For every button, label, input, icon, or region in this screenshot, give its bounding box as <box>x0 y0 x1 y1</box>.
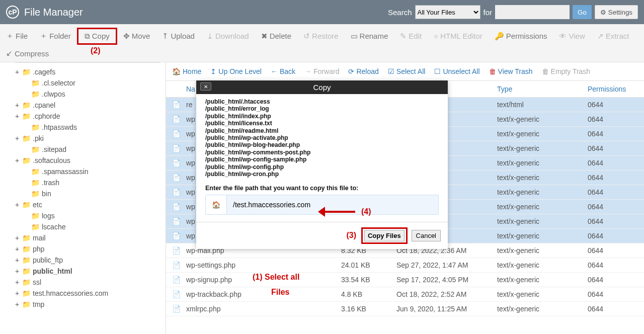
folder-icon: 📁 <box>22 234 31 242</box>
cancel-button[interactable]: Cancel <box>412 230 441 241</box>
view-button[interactable]: 👁View <box>553 28 591 44</box>
extract-icon: ↗ <box>597 32 604 41</box>
file-icon: 📄 <box>172 261 182 269</box>
tree-item[interactable]: 📁lscache <box>14 221 166 232</box>
app-title: File Manager <box>24 7 83 18</box>
tree-item[interactable]: 📁.htpasswds <box>14 122 166 133</box>
compress-icon: ↙ <box>6 49 13 58</box>
tree-item[interactable]: 📁logs <box>14 210 166 221</box>
extract-button[interactable]: ↗Extract <box>591 28 635 45</box>
rename-button[interactable]: ▭Rename <box>345 28 394 45</box>
settings-button[interactable]: ⚙Settings <box>595 5 638 19</box>
col-permissions[interactable]: Permissions <box>588 85 638 93</box>
tree-item[interactable]: +📁.cphorde <box>14 111 166 122</box>
file-icon: 📄 <box>172 115 182 123</box>
search-scope-select[interactable]: All Your Files <box>415 5 480 19</box>
x-icon: ✖ <box>261 32 268 41</box>
upload-button[interactable]: ⤒Upload <box>156 28 201 45</box>
toolbar: ＋File ＋Folder ⧉Copy ✥Move ⤒Upload ⤓Downl… <box>0 24 644 62</box>
copy-files-button[interactable]: Copy Files <box>364 230 405 241</box>
trash-icon: 🗑 <box>489 67 496 75</box>
folder-icon: 📁 <box>22 300 31 308</box>
for-label: for <box>484 8 493 17</box>
file-button[interactable]: ＋File <box>0 27 34 45</box>
restore-icon: ↺ <box>303 32 310 41</box>
compress-button[interactable]: ↙Compress <box>0 45 55 62</box>
empty-trash-link[interactable]: 🗑Empty Trash <box>542 67 591 75</box>
dialog-prompt: Enter the file path that you want to cop… <box>205 185 439 192</box>
folder-icon: 📁 <box>31 145 40 153</box>
reload-link[interactable]: ⟳Reload <box>348 67 378 75</box>
tree-item[interactable]: 📁.clwpos <box>14 89 166 100</box>
folder-icon: 📁 <box>22 267 31 275</box>
home-link[interactable]: 🏠Home <box>172 67 201 75</box>
tree-item[interactable]: +📁.cpanel <box>14 100 166 111</box>
copy-button[interactable]: ⧉Copy <box>77 28 117 45</box>
back-link[interactable]: ←Back <box>271 67 295 75</box>
dialog-title: Copy <box>313 83 331 92</box>
permissions-button[interactable]: 🔑Permissions <box>489 28 553 45</box>
plus-icon: ＋ <box>40 31 47 41</box>
tree-item[interactable]: +📁tmp <box>14 299 166 310</box>
tree-item[interactable]: 📁.cl.selector <box>14 77 166 89</box>
table-row[interactable]: 📄wp-signup.php33.54 KBSep 17, 2022, 4:05… <box>166 273 644 287</box>
select-all-link[interactable]: ☑Select All <box>388 67 426 75</box>
dialog-close-button[interactable]: ✕ <box>200 82 211 91</box>
home-icon: 🏠 <box>172 67 181 75</box>
top-bar: cP File Manager Search All Your Files fo… <box>0 0 644 24</box>
upload-icon: ⤒ <box>162 32 169 41</box>
tree-item[interactable]: 📁.sitepad <box>14 144 166 155</box>
file-icon: 📄 <box>172 174 182 182</box>
tree-item[interactable]: +📁public_html <box>14 266 166 277</box>
folder-tree: +📁.cagefs📁.cl.selector📁.clwpos+📁.cpanel+… <box>0 62 166 334</box>
tree-item[interactable]: 📁.spamassassin <box>14 166 166 177</box>
up-icon: ↥ <box>210 67 216 75</box>
annotation-3: (3) <box>346 231 356 239</box>
tree-item[interactable]: +📁.softaculous <box>14 155 166 166</box>
go-button[interactable]: Go <box>573 5 592 19</box>
tree-item[interactable]: +📁.cagefs <box>14 66 166 77</box>
table-row[interactable]: 📄wp-settings.php24.01 KBSep 27, 2022, 1:… <box>166 258 644 273</box>
eye-icon: 👁 <box>559 32 567 40</box>
back-icon: ← <box>271 67 278 75</box>
move-button[interactable]: ✥Move <box>117 28 156 45</box>
up-one-level-link[interactable]: ↥Up One Level <box>210 67 262 75</box>
trash-icon: 🗑 <box>542 67 549 75</box>
tree-item[interactable]: 📁.trash <box>14 177 166 188</box>
folder-icon: 📁 <box>31 223 40 231</box>
unselect-all-link[interactable]: ☐Unselect All <box>434 67 479 75</box>
tree-item[interactable]: +📁ssl <box>14 277 166 288</box>
view-trash-link[interactable]: 🗑View Trash <box>489 67 533 75</box>
tree-item[interactable]: +📁public_ftp <box>14 255 166 266</box>
copy-dialog: ✕ Copy /public_html/.htaccess/public_htm… <box>196 80 448 249</box>
file-icon: 📄 <box>172 246 182 255</box>
reload-icon: ⟳ <box>348 67 354 75</box>
folder-icon: 📁 <box>31 168 40 176</box>
edit-button[interactable]: ✎Edit <box>394 28 428 45</box>
table-row[interactable]: 📄xmlrpc.php3.16 KBJun 9, 2020, 11:25 AMt… <box>166 302 644 316</box>
delete-button[interactable]: ✖Delete <box>255 28 297 45</box>
move-icon: ✥ <box>123 32 130 41</box>
file-icon: 📄 <box>172 276 182 284</box>
folder-button[interactable]: ＋Folder <box>34 27 77 45</box>
tree-item[interactable]: +📁etc <box>14 199 166 210</box>
tree-item[interactable]: +📁php <box>14 243 166 255</box>
file-icon: 📄 <box>172 203 182 211</box>
file-icon: 📄 <box>172 130 182 138</box>
search-input[interactable] <box>495 5 570 19</box>
tree-item[interactable]: +📁.pki <box>14 133 166 144</box>
tree-item[interactable]: +📁mail <box>14 232 166 243</box>
tree-item[interactable]: +📁test.hmaccessories.com <box>14 288 166 299</box>
download-button[interactable]: ⤓Download <box>201 28 255 45</box>
table-row[interactable]: 📄wp-trackback.php4.8 KBOct 18, 2022, 2:5… <box>166 287 644 302</box>
annotation-arrow-4: (4) <box>320 207 371 216</box>
tree-item[interactable]: 📁bin <box>14 188 166 199</box>
restore-button[interactable]: ↺Restore <box>297 28 345 45</box>
file-icon: 📄 <box>172 232 182 240</box>
folder-icon: 📁 <box>22 245 31 253</box>
html-editor-button[interactable]: ⟐HTML Editor <box>428 28 489 44</box>
col-type[interactable]: Type <box>497 85 588 93</box>
forward-link[interactable]: →Forward <box>304 67 339 75</box>
forward-icon: → <box>304 67 311 75</box>
folder-icon: 📁 <box>22 256 31 264</box>
